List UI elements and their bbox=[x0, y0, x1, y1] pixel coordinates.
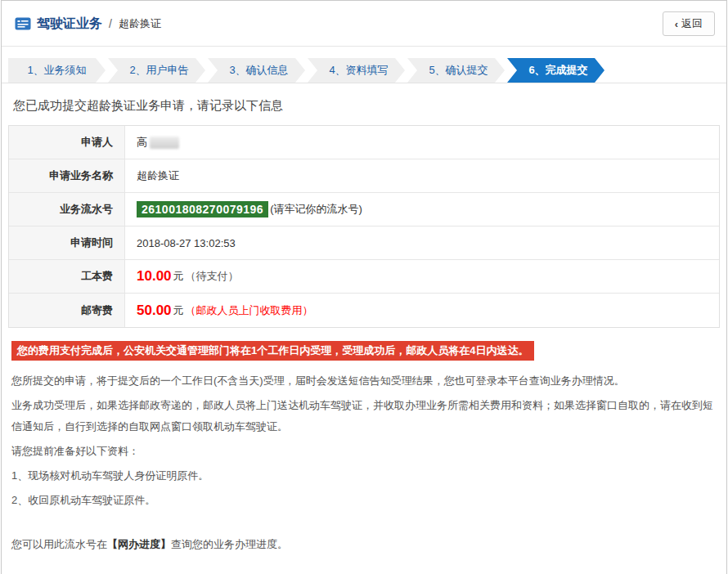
business-value: 超龄换证 bbox=[125, 159, 719, 192]
page-header: 驾驶证业务 / 超龄换证 ‹ 返回 bbox=[2, 1, 726, 47]
postage-unit: 元 bbox=[173, 303, 184, 318]
step-label-2: 2、用户申告 bbox=[129, 63, 188, 78]
table-row-applicant: 申请人 高 bbox=[9, 126, 719, 159]
table-row-fee: 工本费 10.00 元 （待支付） bbox=[9, 260, 719, 294]
main-content: 您已成功提交超龄换证业务申请，请记录以下信息 申请人 高 申请业务名称 超龄换证… bbox=[2, 83, 726, 574]
step-label-3: 3、确认信息 bbox=[229, 63, 288, 78]
breadcrumb: 驾驶证业务 / 超龄换证 bbox=[15, 16, 161, 33]
page-container: 驾驶证业务 / 超龄换证 ‹ 返回 1、业务须知 2、用户申告 3、确认信息 4… bbox=[1, 0, 727, 574]
step-label-4: 4、资料填写 bbox=[329, 63, 388, 78]
applicant-value-cell: 高 bbox=[125, 126, 719, 159]
step-tab-5[interactable]: 5、确认提交 bbox=[407, 58, 505, 83]
instruction-paragraph-2: 业务成功受理后，如果选择邮政寄递的，邮政人员将上门送达机动车驾驶证，并收取办理业… bbox=[11, 395, 717, 437]
time-label: 申请时间 bbox=[9, 226, 125, 259]
table-row-serial: 业务流水号 261001808270079196 (请牢记你的流水号) bbox=[9, 193, 719, 226]
fee-unit: 元 bbox=[173, 269, 184, 284]
success-message: 您已成功提交超龄换证业务申请，请记录以下信息 bbox=[13, 98, 717, 114]
chevron-left-icon: ‹ bbox=[675, 18, 678, 30]
time-value: 2018-08-27 13:02:53 bbox=[125, 226, 719, 259]
fee-label: 工本费 bbox=[9, 260, 125, 293]
fee-note: （待支付） bbox=[186, 269, 239, 284]
step-label-1: 1、业务须知 bbox=[27, 63, 86, 78]
serial-number-badge: 261001808270079196 bbox=[137, 201, 268, 217]
step-progress-wrap: 1、业务须知 2、用户申告 3、确认信息 4、资料填写 5、确认提交 6、完成提… bbox=[2, 47, 726, 83]
license-form-icon bbox=[15, 17, 31, 30]
breadcrumb-current: 超龄换证 bbox=[119, 16, 161, 31]
header-back-button[interactable]: ‹ 返回 bbox=[663, 11, 715, 36]
serial-note: (请牢记你的流水号) bbox=[270, 202, 362, 217]
progress-query-note: 您可以用此流水号在【网办进度】查询您的业务办理进度。 bbox=[11, 534, 717, 555]
postage-label: 邮寄费 bbox=[9, 294, 125, 327]
serial-label: 业务流水号 bbox=[9, 193, 125, 226]
redacted-name-mask bbox=[150, 137, 179, 149]
table-row-business: 申请业务名称 超龄换证 bbox=[9, 159, 719, 193]
step-progress-bar: 1、业务须知 2、用户申告 3、确认信息 4、资料填写 5、确认提交 6、完成提… bbox=[8, 58, 720, 83]
postage-amount: 50.00 bbox=[137, 303, 172, 319]
serial-value-cell: 261001808270079196 (请牢记你的流水号) bbox=[125, 193, 719, 226]
table-row-time: 申请时间 2018-08-27 13:02:53 bbox=[9, 226, 719, 260]
fee-value-cell: 10.00 元 （待支付） bbox=[125, 260, 719, 293]
progress-note-suffix: 查询您的业务办理进度。 bbox=[171, 538, 288, 550]
instruction-paragraph-4: 1、现场核对机动车驾驶人身份证明原件。 bbox=[11, 465, 717, 487]
step-tab-4[interactable]: 4、资料填写 bbox=[308, 58, 405, 83]
header-back-label: 返回 bbox=[681, 16, 703, 31]
instruction-paragraph-3: 请您提前准备好以下资料： bbox=[11, 441, 717, 462]
step-tab-6-active[interactable]: 6、完成提交 bbox=[507, 58, 604, 83]
step-tab-1[interactable]: 1、业务须知 bbox=[8, 58, 106, 83]
application-info-table: 申请人 高 申请业务名称 超龄换证 业务流水号 2610018082700791… bbox=[8, 125, 720, 328]
progress-query-link[interactable]: 【网办进度】 bbox=[107, 538, 171, 550]
postage-note: （邮政人员上门收取费用） bbox=[186, 303, 313, 318]
instruction-paragraph-1: 您所提交的申请，将于提交后的一个工作日(不含当天)受理，届时会发送短信告知受理结… bbox=[11, 370, 717, 392]
instruction-paragraph-5: 2、收回原机动车驾驶证原件。 bbox=[11, 490, 717, 511]
progress-note-prefix: 您可以用此流水号在 bbox=[11, 538, 107, 550]
step-tab-2[interactable]: 2、用户申告 bbox=[108, 58, 205, 83]
fee-amount: 10.00 bbox=[137, 268, 172, 285]
step-label-5: 5、确认提交 bbox=[429, 63, 488, 78]
step-label-6: 6、完成提交 bbox=[528, 63, 587, 78]
step-tab-3[interactable]: 3、确认信息 bbox=[208, 58, 305, 83]
applicant-label: 申请人 bbox=[9, 126, 125, 159]
table-row-postage: 邮寄费 50.00 元 （邮政人员上门收取费用） bbox=[9, 294, 719, 327]
instructions: 您所提交的申请，将于提交后的一个工作日(不含当天)受理，届时会发送短信告知受理结… bbox=[11, 370, 717, 511]
postage-value-cell: 50.00 元 （邮政人员上门收取费用） bbox=[125, 294, 719, 327]
breadcrumb-separator: / bbox=[109, 17, 112, 30]
applicant-name: 高 bbox=[137, 135, 147, 150]
payment-notice-banner: 您的费用支付完成后，公安机关交通管理部门将在1个工作日内受理，受理成功后，邮政人… bbox=[11, 341, 534, 361]
page-title: 驾驶证业务 bbox=[37, 16, 102, 33]
business-label: 申请业务名称 bbox=[9, 159, 125, 192]
